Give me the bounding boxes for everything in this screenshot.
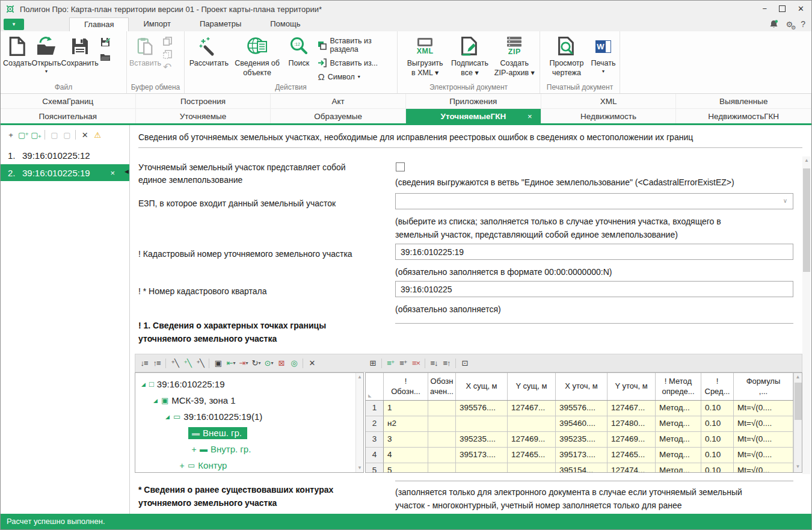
insert-row-icon[interactable]: ≡⁺ bbox=[384, 357, 397, 369]
doc-tab[interactable]: Уточняемые bbox=[136, 109, 271, 123]
save-button[interactable]: Сохранить bbox=[61, 31, 99, 74]
menu-tab[interactable]: Импорт bbox=[129, 17, 185, 31]
grid-cell[interactable] bbox=[456, 463, 508, 473]
grid-cell[interactable]: 0.10 bbox=[701, 448, 734, 463]
grid-row-number[interactable]: 4 bbox=[366, 448, 384, 463]
tree-expander-closed-icon[interactable]: + bbox=[177, 461, 186, 470]
tree-expander-open-icon[interactable]: ◢ bbox=[139, 381, 148, 387]
sort-points-icon[interactable]: ↓≡ bbox=[138, 357, 150, 369]
grid-cell[interactable]: 395576.... bbox=[556, 401, 607, 416]
tree-node[interactable]: +▬Внутр. гр. bbox=[135, 441, 363, 457]
scroll-up-icon[interactable]: ▲ bbox=[356, 373, 363, 381]
content-scrollbar[interactable]: ▲ bbox=[802, 156, 811, 474]
grid-scrollbar[interactable]: ▲ ▼ bbox=[793, 373, 802, 472]
grid-cell[interactable]: 127480... bbox=[607, 416, 656, 432]
tree-selected-node[interactable]: ▬Внеш. гр. bbox=[188, 427, 247, 439]
grid-cell[interactable]: 0.10 bbox=[701, 463, 734, 473]
single-landuse-checkbox[interactable] bbox=[396, 162, 405, 171]
grid-cell[interactable] bbox=[428, 432, 456, 448]
grid-row-number[interactable]: 1 bbox=[366, 401, 384, 416]
grid-cell[interactable]: Метод... bbox=[656, 448, 701, 463]
tree-expander-open-icon[interactable]: ◢ bbox=[151, 398, 160, 404]
symbol-button[interactable]: Ω Символ ▾ bbox=[318, 72, 395, 81]
calc-contour-icon[interactable]: ⁺╲ bbox=[181, 357, 194, 369]
cadastral-number-input[interactable] bbox=[395, 244, 793, 260]
preview-contour-icon[interactable]: ◎ bbox=[288, 357, 300, 369]
content-scroll-thumb[interactable] bbox=[803, 168, 810, 272]
move-row-down-icon[interactable]: ≡↓ bbox=[428, 357, 440, 369]
grid-cell[interactable]: Mt=√(0.... bbox=[734, 416, 793, 432]
copy-icon[interactable] bbox=[163, 37, 172, 46]
grid-cell[interactable]: 5 bbox=[384, 463, 428, 473]
grid-cell[interactable]: 127465... bbox=[607, 448, 656, 463]
settings-gear-icon[interactable]: ⚙⚙ bbox=[786, 20, 793, 29]
scroll-down-icon[interactable]: ▼ bbox=[794, 463, 802, 471]
menu-tab[interactable]: Главная bbox=[69, 17, 129, 31]
grid-cell[interactable]: Mt=√(0.... bbox=[734, 448, 793, 463]
grid-cell[interactable] bbox=[428, 463, 456, 473]
grid-cell[interactable]: Метод... bbox=[656, 401, 701, 416]
grid-cell[interactable]: 3 bbox=[384, 432, 428, 448]
tree-node[interactable]: ▬Внеш. гр. bbox=[135, 425, 363, 441]
parcel-item[interactable]: 2.39:16:010225:19× bbox=[1, 164, 129, 181]
check-overlap-icon[interactable]: ⊠ bbox=[275, 357, 288, 369]
drawing-preview-button[interactable]: Просмотр чертежа bbox=[544, 31, 589, 78]
paste-button[interactable]: Вставить bbox=[129, 31, 161, 72]
grid-cell[interactable]: 395576.... bbox=[456, 401, 508, 416]
undo-icon[interactable]: ↶ bbox=[163, 63, 172, 72]
grid-row-number[interactable]: 2 bbox=[366, 416, 384, 432]
add-parcel-copy2-icon[interactable]: ▢₊ bbox=[29, 129, 42, 141]
rotate-contour-icon[interactable]: ↻▾ bbox=[250, 357, 262, 369]
paste-special-icon[interactable] bbox=[163, 50, 172, 59]
add-row-icon[interactable]: ≡⁺ bbox=[397, 357, 410, 369]
grid-cell[interactable]: 395173.... bbox=[456, 448, 508, 463]
grid-cell[interactable] bbox=[428, 448, 456, 463]
create-button[interactable]: Создать bbox=[3, 31, 32, 74]
move-row-up-icon[interactable]: ≡↑ bbox=[440, 357, 453, 369]
doc-tab[interactable]: Приложения bbox=[406, 94, 541, 108]
grid-cell[interactable] bbox=[428, 401, 456, 416]
grid-col-header[interactable]: X сущ, м bbox=[456, 373, 508, 400]
delete-points-icon[interactable]: ✕ bbox=[306, 357, 318, 369]
tree-node[interactable]: +▭Контур bbox=[135, 457, 363, 473]
paste-parcel2-icon[interactable]: ▢ bbox=[60, 129, 73, 141]
delete-row-icon[interactable]: ≡× bbox=[410, 357, 422, 369]
open-recent-icon[interactable] bbox=[100, 54, 110, 61]
doc-tab[interactable]: Акт bbox=[271, 94, 406, 108]
grid-cell[interactable]: 0.10 bbox=[701, 432, 734, 448]
import-xy-icon[interactable]: ⇤▾ bbox=[224, 357, 237, 369]
doc-tab[interactable]: Образуемые bbox=[271, 109, 406, 123]
grid-cell[interactable]: Mt=√(0.... bbox=[734, 401, 793, 416]
fit-table-icon[interactable]: ⊡ bbox=[458, 357, 471, 369]
grid-col-header[interactable]: Y сущ, м bbox=[508, 373, 556, 400]
doc-tab[interactable]: УточняемыеГКН× bbox=[406, 109, 541, 123]
doc-tab[interactable]: Недвижимость bbox=[541, 109, 677, 123]
scroll-up-icon[interactable]: ▲ bbox=[794, 373, 802, 381]
notifications-bell-icon[interactable] bbox=[769, 20, 778, 29]
grid-col-header[interactable]: X уточ, м bbox=[556, 373, 607, 400]
doc-tab[interactable]: XML bbox=[541, 94, 677, 108]
object-info-button[interactable]: Сведения об объекте bbox=[231, 31, 284, 81]
export-xy-icon[interactable]: ⇥▾ bbox=[237, 357, 250, 369]
grid-cell[interactable]: 1 bbox=[384, 401, 428, 416]
insert-from-section-button[interactable]: Вставить из раздела bbox=[318, 37, 395, 54]
add-parcel-icon[interactable]: + bbox=[4, 129, 17, 141]
grid-cell[interactable]: 395235.... bbox=[456, 432, 508, 448]
grid-cell[interactable]: Mt=√(0... bbox=[734, 463, 793, 473]
grid-col-header[interactable]: ! Сред... bbox=[701, 373, 734, 400]
tree-expander-open-icon[interactable]: ◢ bbox=[163, 414, 172, 420]
tree-node[interactable]: ◢▭39:16:010225:19(1) bbox=[135, 408, 363, 425]
grid-row-number[interactable]: 3 bbox=[366, 432, 384, 448]
add-parcel-copy-icon[interactable]: ▢⁺ bbox=[17, 129, 29, 141]
grid-cell[interactable]: н2 bbox=[384, 416, 428, 432]
help-icon[interactable]: ? bbox=[801, 19, 805, 29]
copy-contour-icon[interactable]: ▣ bbox=[212, 357, 224, 369]
grid-cell[interactable]: 127467... bbox=[508, 401, 556, 416]
doc-tab[interactable]: НедвижимостьГКН bbox=[676, 109, 811, 123]
grid-col-header[interactable]: Формулы ,... bbox=[734, 373, 793, 400]
grid-cell[interactable] bbox=[508, 463, 556, 473]
calc-point-icon[interactable]: ⁺╲ bbox=[168, 357, 181, 369]
open-button[interactable]: Открыть ▾ bbox=[32, 31, 61, 74]
minimize-button[interactable]: − bbox=[763, 5, 767, 13]
file-menu-button[interactable]: ▾ bbox=[4, 19, 24, 30]
